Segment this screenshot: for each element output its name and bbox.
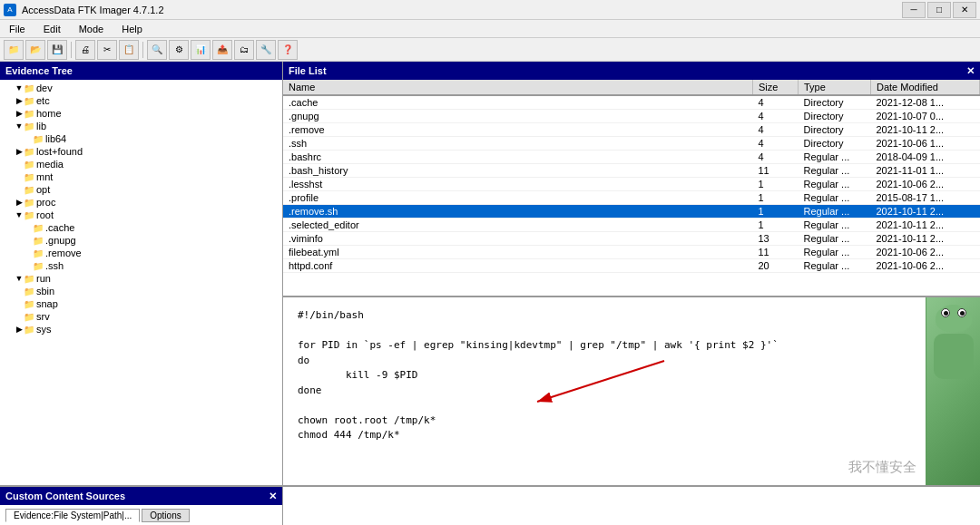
tree-item-root[interactable]: ▼ 📁 root: [2, 209, 280, 221]
tree-item-home[interactable]: ▶ 📁 home: [2, 107, 280, 120]
table-row[interactable]: .bash_history 11 Regular ... 2021-11-01 …: [283, 164, 980, 178]
tree-item-dev[interactable]: ▼ 📁 dev: [2, 82, 280, 94]
custom-tabs: Evidence:File System|Path|... Options: [5, 509, 277, 522]
custom-tab-options[interactable]: Options: [142, 509, 189, 522]
toolbar-btn5[interactable]: ⚙: [169, 40, 189, 60]
menu-file[interactable]: File: [4, 22, 31, 36]
folder-icon: 📁: [24, 96, 34, 106]
folder-icon: 📁: [24, 198, 34, 208]
file-type: Regular ...: [799, 232, 871, 246]
file-size: 4: [753, 137, 799, 151]
file-size: 1: [753, 178, 799, 191]
table-row[interactable]: .ssh 4 Directory 2021-10-06 1...: [283, 137, 980, 151]
tree-label: .cache: [45, 222, 74, 233]
evidence-tree-content[interactable]: ▼ 📁 dev ▶ 📁 etc ▶ 📁 home ▼ 📁 lib �: [0, 80, 282, 485]
toolbar-btn3[interactable]: 📋: [119, 40, 139, 60]
tree-item-sbin[interactable]: 📁 sbin: [2, 285, 280, 297]
col-date[interactable]: Date Modified: [871, 80, 980, 95]
table-row[interactable]: .viminfo 13 Regular ... 2021-10-11 2...: [283, 232, 980, 246]
toolbar-open[interactable]: 📂: [25, 40, 45, 60]
bottom-right-area: [283, 487, 980, 525]
file-name: .bash_history: [283, 164, 753, 178]
file-size: 11: [753, 246, 799, 259]
col-name[interactable]: Name: [283, 80, 753, 95]
table-row[interactable]: .selected_editor 1 Regular ... 2021-10-1…: [283, 219, 980, 232]
file-table[interactable]: Name Size Type Date Modified .cache 4 Di…: [283, 80, 980, 296]
tree-item-lib64[interactable]: 📁 lib64: [2, 132, 280, 145]
tree-item-gnupg[interactable]: 📁 .gnupg: [2, 234, 280, 247]
file-type: Regular ...: [799, 259, 871, 273]
tree-item-lost[interactable]: ▶ 📁 lost+found: [2, 145, 280, 158]
tree-item-mnt[interactable]: 📁 mnt: [2, 170, 280, 183]
toolbar-btn6[interactable]: 📊: [191, 40, 211, 60]
menu-help[interactable]: Help: [116, 22, 148, 36]
expand-icon: ▶: [15, 147, 24, 156]
folder-icon: 📁: [24, 325, 34, 335]
file-size: 4: [753, 151, 799, 164]
table-row[interactable]: .gnupg 4 Directory 2021-10-07 0...: [283, 110, 980, 123]
maximize-button[interactable]: □: [927, 2, 951, 18]
title-bar: A AccessData FTK Imager 4.7.1.2 ─ □ ✕: [0, 0, 980, 20]
table-row[interactable]: .remove 4 Directory 2021-10-11 2...: [283, 123, 980, 137]
file-date: 2021-10-06 2...: [871, 178, 980, 191]
file-type: Directory: [799, 110, 871, 123]
tree-label: sbin: [36, 286, 54, 297]
tree-item-srv[interactable]: 📁 srv: [2, 310, 280, 323]
tree-item-remove-folder[interactable]: 📁 .remove: [2, 247, 280, 259]
tree-item-media[interactable]: 📁 media: [2, 158, 280, 170]
frog-right-eye: [957, 308, 966, 317]
tree-item-snap[interactable]: 📁 snap: [2, 297, 280, 310]
app-icon: A: [4, 4, 16, 16]
evidence-tree-panel: Evidence Tree ▼ 📁 dev ▶ 📁 etc ▶ 📁 home ▼…: [0, 62, 283, 485]
table-row[interactable]: .bashrc 4 Regular ... 2018-04-09 1...: [283, 151, 980, 164]
toolbar-btn9[interactable]: 🔧: [256, 40, 276, 60]
table-row[interactable]: filebeat.yml 11 Regular ... 2021-10-06 2…: [283, 246, 980, 259]
file-date: 2021-10-11 2...: [871, 123, 980, 137]
toolbar-sep2: [142, 42, 143, 58]
watermark: 我不懂安全: [848, 459, 916, 476]
custom-content-title: Custom Content Sources: [5, 491, 125, 501]
tree-label: opt: [36, 184, 50, 195]
tree-item-etc[interactable]: ▶ 📁 etc: [2, 94, 280, 107]
expand-icon: ▼: [15, 83, 24, 92]
tree-item-opt[interactable]: 📁 opt: [2, 183, 280, 196]
tree-item-proc[interactable]: ▶ 📁 proc: [2, 196, 280, 209]
table-row[interactable]: .profile 1 Regular ... 2015-08-17 1...: [283, 191, 980, 205]
toolbar-new[interactable]: 📁: [4, 40, 24, 60]
file-list-close[interactable]: ✕: [966, 65, 975, 77]
table-row[interactable]: .cache 4 Directory 2021-12-08 1...: [283, 95, 980, 110]
toolbar-btn4[interactable]: 🔍: [147, 40, 167, 60]
toolbar-sep1: [71, 42, 72, 58]
tree-item-lib[interactable]: ▼ 📁 lib: [2, 120, 280, 132]
minimize-button[interactable]: ─: [902, 2, 926, 18]
file-name: filebeat.yml: [283, 246, 753, 259]
menu-edit[interactable]: Edit: [38, 22, 66, 36]
custom-content-panel: Custom Content Sources ✕ Evidence:File S…: [0, 487, 283, 525]
custom-tab-evidence[interactable]: Evidence:File System|Path|...: [5, 509, 140, 522]
tree-item-sys[interactable]: ▶ 📁 sys: [2, 323, 280, 335]
table-row[interactable]: httpd.conf 20 Regular ... 2021-10-06 2..…: [283, 259, 980, 273]
toolbar-save[interactable]: 💾: [47, 40, 67, 60]
menu-mode[interactable]: Mode: [74, 22, 110, 36]
custom-content-close[interactable]: ✕: [269, 491, 277, 502]
toolbar-btn2[interactable]: ✂: [97, 40, 117, 60]
tree-label: home: [36, 108, 62, 119]
col-type[interactable]: Type: [799, 80, 871, 95]
file-size: 20: [753, 259, 799, 273]
expand-icon: ▼: [15, 210, 24, 219]
folder-icon: 📁: [33, 134, 44, 144]
tree-item-ssh[interactable]: 📁 .ssh: [2, 259, 280, 272]
frog-body: [934, 334, 974, 379]
tree-item-cache[interactable]: 📁 .cache: [2, 221, 280, 234]
tree-item-run[interactable]: ▼ 📁 run: [2, 272, 280, 285]
close-button[interactable]: ✕: [953, 2, 976, 18]
toolbar-btn8[interactable]: 🗂: [234, 40, 254, 60]
table-row[interactable]: .remove.sh 1 Regular ... 2021-10-11 2...: [283, 205, 980, 219]
toolbar-btn10[interactable]: ❓: [278, 40, 298, 60]
file-type: Regular ...: [799, 164, 871, 178]
toolbar-btn1[interactable]: 🖨: [75, 40, 95, 60]
col-size[interactable]: Size: [753, 80, 799, 95]
table-row[interactable]: .lesshst 1 Regular ... 2021-10-06 2...: [283, 178, 980, 191]
menu-bar: File Edit Mode Help: [0, 20, 980, 38]
toolbar-btn7[interactable]: 📤: [212, 40, 232, 60]
